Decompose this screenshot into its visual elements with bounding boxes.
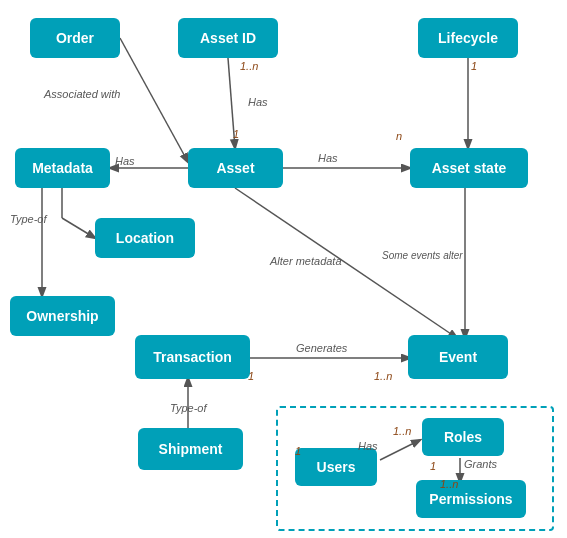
svg-line-6 (62, 218, 95, 238)
entity-permissions: Permissions (416, 480, 526, 518)
card-1-assetid-arrow: 1 (233, 128, 239, 140)
diagram: Order Asset ID Lifecycle Metadata Asset … (0, 0, 567, 538)
entity-roles: Roles (422, 418, 504, 456)
label-generates: Generates (296, 342, 347, 354)
label-associated-with: Associated with (44, 88, 120, 100)
label-has-assetid: Has (248, 96, 268, 108)
entity-users: Users (295, 448, 377, 486)
entity-asset-id: Asset ID (178, 18, 278, 58)
label-some-events-alter: Some events alter (382, 250, 482, 261)
label-alter-metadata: Alter metadata (270, 255, 342, 267)
card-n-assetstate: n (396, 130, 402, 142)
card-1n-roles: 1..n (393, 425, 411, 437)
label-has-assetstate: Has (318, 152, 338, 164)
label-has-metadata: Has (115, 155, 135, 167)
entity-transaction: Transaction (135, 335, 250, 379)
card-1-transaction: 1 (248, 370, 254, 382)
card-1n-assetid: 1..n (240, 60, 258, 72)
label-grants: Grants (464, 458, 497, 470)
entity-lifecycle: Lifecycle (418, 18, 518, 58)
label-has-roles: Has (358, 440, 378, 452)
card-1n-permissions: 1..n (440, 478, 458, 490)
entity-location: Location (95, 218, 195, 258)
svg-line-8 (235, 188, 457, 338)
label-typeof-location: Type-of (10, 213, 46, 225)
entity-shipment: Shipment (138, 428, 243, 470)
card-1n-event: 1..n (374, 370, 392, 382)
entity-ownership: Ownership (10, 296, 115, 336)
card-1-users: 1 (295, 445, 301, 457)
card-1-lifecycle: 1 (471, 60, 477, 72)
label-typeof-shipment: Type-of (170, 402, 206, 414)
card-1-grants: 1 (430, 460, 436, 472)
entity-asset-state: Asset state (410, 148, 528, 188)
entity-asset: Asset (188, 148, 283, 188)
svg-line-0 (120, 38, 188, 162)
entity-event: Event (408, 335, 508, 379)
entity-order: Order (30, 18, 120, 58)
entity-metadata: Metadata (15, 148, 110, 188)
